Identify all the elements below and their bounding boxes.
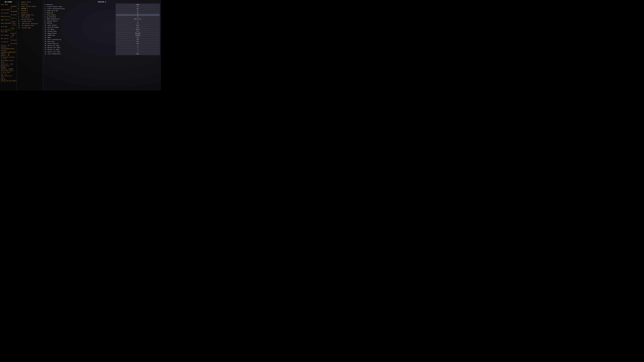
- item-name: 3. 15Min Force Off: [44, 10, 116, 12]
- menu-item[interactable]: 12 . RF Remocon Test: [18, 25, 42, 27]
- info-row: S/W Version : 04.30.09.01: [1, 12, 16, 16]
- info-plain: Widevine : LGTV14CLGE001783781: [1, 46, 16, 50]
- item-value: Off: [116, 36, 160, 38]
- item-name: 21. Booster Off (VHF): [44, 47, 116, 49]
- item-value: 0: [116, 47, 160, 49]
- table-row[interactable]: 4. Audio EQOn: [44, 12, 160, 14]
- info-row: MICOM Version : V3.00.7: [1, 16, 16, 19]
- info-value: : 5: [10, 29, 13, 31]
- menu-item[interactable]: 6 . System 3: [18, 12, 42, 14]
- item-value: 0: [116, 49, 160, 51]
- table-row[interactable]: 18. Blue backOff: [44, 40, 160, 42]
- info-label: EDID (RGB/HDMI): [1, 22, 12, 26]
- table-row[interactable]: 6. A2 Threshold11: [44, 16, 160, 18]
- menu-item[interactable]: 8 . Test Option: [18, 16, 42, 18]
- item-name: 18. Blue back: [44, 40, 116, 42]
- info-row: Wi-Fi Channel : 5: [1, 29, 16, 31]
- item-name: 7. HDMI Sound(Port1): [44, 18, 116, 20]
- info-plain: SFU Key : OK: [1, 44, 16, 46]
- info-plain: Camera Ver. : NULL: [1, 63, 16, 65]
- table-row[interactable]: 1. 2 Hours Off(On Timer)On: [44, 6, 160, 8]
- item-value: On: [116, 6, 160, 8]
- table-row[interactable]: 16. HDEVOff: [44, 36, 160, 38]
- item-value: Off: [116, 42, 160, 44]
- table-row[interactable]: 24. Tuner LNA(booster)Auto: [44, 53, 160, 55]
- table-row[interactable]: 22. Booster On (UHF)0: [44, 49, 160, 51]
- info-plain: ESN Num. : LGTV20142=21003211026: [1, 50, 16, 53]
- info-row: BOOT Version : 3.04.02: [1, 19, 16, 22]
- item-name: 2. 2 Hours Off(Screen Mute): [44, 8, 116, 10]
- table-row[interactable]: 17. Store Luminance UpOff: [44, 38, 160, 40]
- table-row[interactable]: 13. Channel MuteOff: [44, 30, 160, 32]
- menu-item[interactable]: 10 . Stable Count: [18, 20, 42, 23]
- info-label: Model Name: [1, 4, 10, 9]
- menu-item[interactable]: 5 . System 2: [18, 10, 42, 12]
- info-rows: Model Name : 47LB650V-ZESerial Number : …: [1, 4, 16, 44]
- menu-item[interactable]: 1 . Adjust Check: [18, 1, 42, 3]
- info-plain: Access USB Status: 1/-1(T)/-1(C): [1, 70, 16, 73]
- info-row: Model Name : 47LB650V-ZE: [1, 4, 16, 9]
- menu-item[interactable]: 11 . SDP Server Selection: [18, 23, 42, 25]
- item-name: 15. NVRAM Type: [44, 34, 116, 36]
- table-row[interactable]: 11. Atten RF SignalOff: [44, 26, 160, 28]
- table-row[interactable]: 21. Booster Off (VHF)0: [44, 47, 160, 49]
- item-name: 5. Sound Engine: [44, 14, 116, 16]
- right-title: System 1: [44, 1, 160, 3]
- left-title: IN START: [1, 1, 16, 3]
- info-plain: Debug Status : RELEASE: [1, 65, 16, 68]
- table-row[interactable]: 14. Debug StatusRELEASE: [44, 32, 160, 34]
- menu-item[interactable]: 9 . Spread Spectrum: [18, 18, 42, 20]
- info-label: MAC Address: [1, 38, 10, 41]
- table-row[interactable]: 12. UTT ResetReset: [44, 28, 160, 30]
- info-row: MAC Address : 3C:CD:93:23:24:EE: [1, 38, 16, 41]
- info-plain: SIGN Key : PRODKEY: [1, 68, 16, 70]
- table-row[interactable]: 9. DimmingOn: [44, 22, 160, 24]
- item-value: Reset: [116, 28, 160, 30]
- info-row: IP Address : 192.168.0.102: [1, 41, 16, 44]
- menu-item[interactable]: 3 . Power On/Off Status: [18, 5, 42, 8]
- table-row[interactable]: 10. Tuner OptionAuto: [44, 24, 160, 26]
- table-row[interactable]: 7. HDMI Sound(Port1)HDMI Port1: [44, 18, 160, 20]
- menu-item[interactable]: 7 . Model Number D/L: [18, 14, 42, 16]
- table-row[interactable]: 20. Booster On (VHF)0: [44, 45, 160, 47]
- table-row[interactable]: 23. Booster Off (UHF)0: [44, 51, 160, 53]
- info-value: : NULL / 0.02: [12, 22, 16, 26]
- item-name: 19. China Cable SO: [44, 42, 116, 44]
- item-value: Off: [116, 8, 160, 10]
- item-value: On: [116, 12, 160, 14]
- item-value: Auto: [116, 24, 160, 26]
- table-row[interactable]: 8. Lipsync Adjust0: [44, 20, 160, 22]
- item-value: Off: [116, 30, 160, 32]
- item-value: RELEASE: [116, 32, 160, 34]
- table-row[interactable]: 15. NVRAM TypeEEPROM: [44, 34, 160, 36]
- item-value: On: [116, 10, 160, 12]
- item-name: 12. UTT Reset: [44, 28, 116, 30]
- item-name: 24. Tuner LNA(booster): [44, 53, 116, 55]
- table-row[interactable]: 2. 2 Hours Off(Screen Mute)Off: [44, 8, 160, 10]
- table-row[interactable]: 5. Sound EngineOn: [44, 14, 160, 16]
- item-name: 14. Debug Status: [44, 32, 116, 34]
- item-value: 0: [116, 51, 160, 53]
- item-value: HDMI Port1: [116, 18, 160, 20]
- item-value: Off: [116, 38, 160, 40]
- table-row[interactable]: 0. Baudrate9600: [44, 4, 160, 6]
- info-label: Chip Type: [1, 26, 10, 29]
- item-value: 9600: [116, 4, 160, 6]
- info-plain: APP History Ver.: 3209: [1, 75, 16, 79]
- menu-item[interactable]: 4 . System 1: [18, 8, 42, 10]
- item-value: EEPROM: [116, 34, 160, 36]
- table-row[interactable]: 19. China Cable SOOff: [44, 42, 160, 44]
- menu-list: 1 . Adjust Check2 . ADC Data3 . Power On…: [18, 1, 42, 29]
- item-name: 16. HDEV: [44, 36, 116, 38]
- item-name: 22. Booster On (UHF): [44, 49, 116, 51]
- info-row: Serial Number : 407RAYB2N690: [1, 9, 16, 12]
- item-name: 17. Store Luminance Up: [44, 38, 116, 40]
- menu-item[interactable]: 13 . Access Code: [18, 27, 42, 29]
- info-plain: HDCP1.4 : OK: [1, 53, 16, 55]
- table-row[interactable]: 3. 15Min Force OffOn: [44, 10, 160, 12]
- item-name: 4. Audio EQ: [44, 12, 116, 14]
- item-name: 0. Baudrate: [44, 4, 116, 6]
- item-name: 1. 2 Hours Off(On Timer): [44, 6, 116, 8]
- menu-item[interactable]: 2 . ADC Data: [18, 3, 42, 5]
- item-value: On: [116, 14, 160, 16]
